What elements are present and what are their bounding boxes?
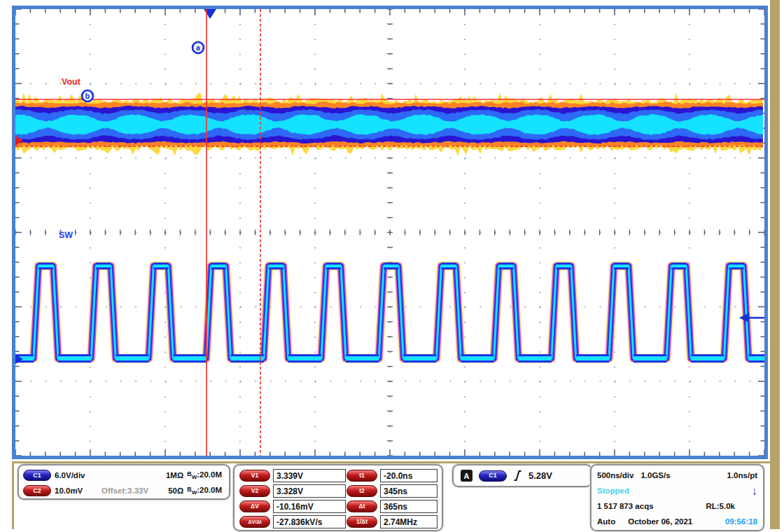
cursor-dvdt-row: ΔV/Δt -27.836kV/s <box>239 515 346 528</box>
c1-bandwidth: BW:20.0M <box>187 470 222 480</box>
cursor-freq-row: 1/Δt 2.74MHz <box>346 515 438 528</box>
acq-count-line: 1 517 873 acqs RL:5.0k <box>592 498 763 514</box>
trigger-mode: Auto <box>597 517 615 526</box>
t1-value: -20.0ns <box>380 469 438 482</box>
sw-trace <box>15 266 764 358</box>
c2-scale: 10.0mV <box>55 486 98 495</box>
trigger-position-marker[interactable] <box>204 9 216 19</box>
cursor-marker-b-label: b <box>85 92 90 100</box>
screen-bezel-right <box>770 0 780 529</box>
rising-edge-icon <box>513 470 522 482</box>
v2-value: 3.328V <box>273 484 346 498</box>
oscilloscope-screen: ab VoutSW C1 6.0V/div 1MΩ BW:20.0M C2 10… <box>0 0 784 532</box>
t2-value: 345ns <box>380 484 438 498</box>
record-length: RL:5.0k <box>706 502 735 510</box>
dvdt-value: -27.836kV/s <box>273 515 346 528</box>
trigger-source-badge[interactable]: C1 <box>479 470 507 482</box>
channel-c2-badge[interactable]: C2 <box>23 485 51 496</box>
sw-trace <box>15 266 764 358</box>
timebase-line: 500ns/div 1.0GS/s 1.0ns/pt <box>592 465 763 483</box>
v2-badge[interactable]: V2 <box>239 485 270 497</box>
trigger-a-badge: A <box>461 470 472 482</box>
time-cursor-column: t1 -20.0ns t2 345ns Δt 365ns 1/Δt 2.74MH… <box>346 469 438 528</box>
dv-badge[interactable]: ΔV <box>239 500 270 512</box>
acquisition-readout-box[interactable]: 500ns/div 1.0GS/s 1.0ns/pt Stopped ↓ 1 5… <box>590 464 764 531</box>
readout-area-frame-left <box>12 461 14 529</box>
trigger-readout-box[interactable]: A C1 5.28V <box>452 464 592 487</box>
c2-bw-value: :20.0M <box>197 486 222 494</box>
c2-offset: Offset:3.33V <box>102 486 155 495</box>
t1-badge[interactable]: t1 <box>346 470 377 482</box>
channel-readout-box[interactable]: C1 6.0V/div 1MΩ BW:20.0M C2 10.0mV Offse… <box>18 464 230 500</box>
dvdt-badge[interactable]: ΔV/Δt <box>239 516 270 528</box>
trigger-position-arrow-icon: ↓ <box>752 485 758 497</box>
dv-value: -10.16mV <box>273 500 346 513</box>
cursor-t1-row: t1 -20.0ns <box>346 469 438 482</box>
cursor-v1-row: V1 3.339V <box>239 469 346 482</box>
date-value: October 06, 2021 <box>628 517 692 526</box>
status-line: Stopped ↓ <box>592 483 763 498</box>
cursor-v2-row: V2 3.328V <box>239 484 346 498</box>
cursor-dt-row: Δt 365ns <box>346 500 438 513</box>
mode-date-line: Auto October 06, 2021 09:56:18 <box>592 514 763 529</box>
v1-value: 3.339V <box>273 469 346 482</box>
sw-trace <box>15 266 764 358</box>
cursor-t2-row: t2 345ns <box>346 484 438 498</box>
acq-count: 1 517 873 acqs <box>597 502 654 510</box>
sw-trace-label: SW <box>59 230 73 240</box>
cursor-readout-box[interactable]: V1 3.339V V2 3.328V ΔV -10.16mV ΔV/Δt -2… <box>233 464 443 531</box>
channel-c1-badge[interactable]: C1 <box>23 470 51 481</box>
sample-rate-value: 1.0GS/s <box>640 471 670 479</box>
acquisition-status: Stopped <box>597 486 629 495</box>
c1-impedance: 1MΩ <box>158 471 183 479</box>
channel-c2-row[interactable]: C2 10.0mV Offset:3.33V 50Ω BW:20.0M <box>19 483 229 498</box>
v1-badge[interactable]: V1 <box>239 470 270 482</box>
dt-value: 365ns <box>380 500 438 513</box>
sw-trace <box>15 266 764 358</box>
voltage-cursor-column: V1 3.339V V2 3.328V ΔV -10.16mV ΔV/Δt -2… <box>239 469 346 528</box>
trigger-level-value: 5.28V <box>528 470 552 481</box>
vout-trace-label: Vout <box>62 77 81 87</box>
timebase-value: 500ns/div <box>597 471 634 479</box>
c1-bw-value: :20.0M <box>197 470 222 479</box>
waveform-display[interactable]: ab VoutSW <box>12 6 768 459</box>
waveform-canvas[interactable]: ab VoutSW <box>15 9 764 456</box>
channel-c1-row[interactable]: C1 6.0V/div 1MΩ BW:20.0M <box>19 465 229 483</box>
c2-impedance: 50Ω <box>158 486 183 495</box>
t2-badge[interactable]: t2 <box>346 485 377 497</box>
resolution-value: 1.0ns/pt <box>727 471 757 479</box>
one-over-dt-badge[interactable]: 1/Δt <box>346 516 377 528</box>
c2-bandwidth: BW:20.0M <box>187 486 222 496</box>
readout-area-frame-top <box>12 461 770 463</box>
cursor-marker-a-label: a <box>196 43 200 52</box>
one-over-dt-value: 2.74MHz <box>380 515 438 528</box>
dt-badge[interactable]: Δt <box>346 500 377 512</box>
time-value: 09:56:18 <box>725 517 757 526</box>
cursor-dv-row: ΔV -10.16mV <box>239 500 346 513</box>
c1-scale: 6.0V/div <box>55 471 98 479</box>
